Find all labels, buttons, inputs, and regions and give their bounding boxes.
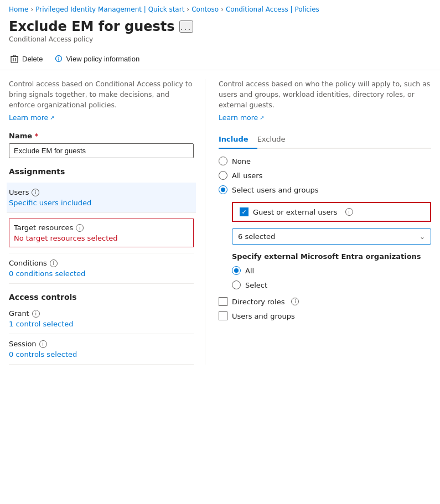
- radio-none[interactable]: None: [219, 157, 431, 165]
- grant-info-icon[interactable]: i: [32, 310, 40, 318]
- radio-select-users-circle: [219, 185, 227, 194]
- guest-users-checkbox[interactable]: [240, 207, 249, 216]
- users-assignment: Users i Specific users included: [7, 183, 196, 213]
- session-assignment: Session i 0 controls selected: [9, 334, 194, 365]
- tabs: Include Exclude: [219, 131, 431, 149]
- radio-select-entra[interactable]: Select: [232, 280, 431, 289]
- chevron-down-icon: ⌄: [420, 233, 425, 241]
- left-description: Control access based on Conditional Acce…: [9, 79, 194, 110]
- conditions-assignment: Conditions i 0 conditions selected: [9, 253, 194, 284]
- tab-include[interactable]: Include: [219, 131, 257, 149]
- page-title: Exclude EM for guests: [9, 19, 175, 34]
- directory-roles-checkbox[interactable]: [219, 297, 227, 306]
- left-panel: Control access based on Conditional Acce…: [9, 79, 205, 365]
- right-panel: Control access based on who the policy w…: [205, 79, 431, 365]
- breadcrumb-sep-3: ›: [221, 6, 224, 13]
- radio-all-users[interactable]: All users: [219, 171, 431, 180]
- users-info-icon[interactable]: i: [32, 189, 39, 196]
- radio-all-users-circle: [219, 171, 227, 180]
- radio-none-circle: [219, 157, 227, 165]
- svg-point-5: [58, 57, 59, 58]
- radio-select-entra-circle: [232, 280, 241, 289]
- select-users-options: Guest or external users i 6 selected ⌄ S…: [219, 202, 431, 289]
- users-value[interactable]: Specific users included: [9, 199, 91, 207]
- radio-all-entra-circle: [232, 266, 241, 275]
- conditions-value[interactable]: 0 conditions selected: [9, 269, 85, 278]
- more-options-button[interactable]: ...: [179, 20, 193, 33]
- target-resources-assignment: Target resources i No target resources s…: [9, 213, 194, 253]
- delete-button[interactable]: Delete: [9, 52, 44, 65]
- breadcrumb-sep-1: ›: [30, 6, 33, 13]
- selected-dropdown[interactable]: 6 selected ⌄: [232, 228, 431, 245]
- breadcrumb-home[interactable]: Home: [9, 6, 28, 13]
- right-description: Control access based on who the policy w…: [219, 79, 431, 110]
- delete-label: Delete: [22, 55, 43, 63]
- delete-icon: [10, 54, 19, 63]
- guest-users-info-icon[interactable]: i: [345, 208, 353, 216]
- users-groups-checkbox[interactable]: [219, 311, 227, 320]
- radio-select-users[interactable]: Select users and groups: [219, 185, 431, 194]
- toolbar: Delete View policy information: [0, 48, 440, 70]
- grant-value[interactable]: 1 control selected: [9, 320, 73, 328]
- target-resources-value[interactable]: No target resources selected: [14, 234, 117, 242]
- breadcrumb-pim[interactable]: Privileged Identity Management | Quick s…: [35, 6, 184, 13]
- conditions-info-icon[interactable]: i: [50, 259, 58, 267]
- session-info-icon[interactable]: i: [39, 340, 47, 348]
- directory-roles-info-icon[interactable]: i: [291, 298, 299, 305]
- view-policy-icon: [54, 54, 63, 63]
- breadcrumb-contoso[interactable]: Contoso: [191, 6, 219, 13]
- name-label: Name *: [9, 132, 194, 140]
- svg-rect-0: [11, 56, 18, 63]
- main-content: Control access based on Conditional Acce…: [0, 70, 440, 373]
- breadcrumb-sep-2: ›: [187, 6, 189, 13]
- breadcrumb-policies[interactable]: Conditional Access | Policies: [226, 6, 319, 13]
- required-indicator: *: [35, 132, 39, 140]
- include-radio-group: None All users Select users and groups: [219, 157, 431, 194]
- specify-heading: Specify external Microsoft Entra organiz…: [232, 252, 431, 261]
- guest-users-box: Guest or external users i: [232, 202, 431, 222]
- entra-radio-group: All Select: [232, 266, 431, 289]
- users-groups-item[interactable]: Users and groups: [219, 311, 431, 320]
- right-external-link-icon: ➚: [260, 115, 264, 121]
- target-resources-info-icon[interactable]: i: [76, 224, 84, 232]
- external-link-icon: ➚: [50, 115, 54, 121]
- right-learn-more[interactable]: Learn more ➚: [219, 113, 265, 122]
- access-controls-heading: Access controls: [9, 293, 194, 302]
- name-section: Name *: [9, 132, 194, 158]
- breadcrumb: Home › Privileged Identity Management | …: [0, 0, 440, 17]
- directory-roles-item[interactable]: Directory roles i: [219, 297, 431, 306]
- grant-assignment: Grant i 1 control selected: [9, 304, 194, 334]
- session-value[interactable]: 0 controls selected: [9, 350, 77, 358]
- name-input[interactable]: [9, 143, 194, 158]
- dropdown-value: 6 selected: [238, 232, 275, 241]
- tab-exclude[interactable]: Exclude: [257, 131, 294, 149]
- left-learn-more[interactable]: Learn more ➚: [9, 113, 55, 122]
- page-subtitle: Conditional Access policy: [9, 35, 431, 43]
- assignments-heading: Assignments: [9, 167, 194, 176]
- page-header: Exclude EM for guests ... Conditional Ac…: [0, 17, 440, 48]
- view-policy-button[interactable]: View policy information: [53, 52, 141, 65]
- target-resources-box: Target resources i No target resources s…: [9, 219, 194, 247]
- radio-all-entra[interactable]: All: [232, 266, 431, 275]
- view-policy-label: View policy information: [66, 55, 140, 63]
